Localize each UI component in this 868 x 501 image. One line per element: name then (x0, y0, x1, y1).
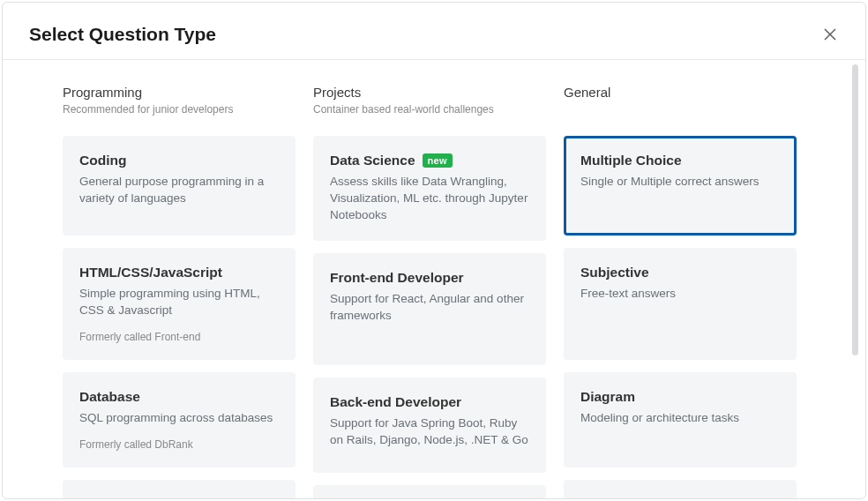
card-subjective[interactable]: Subjective Free-text answers (564, 248, 797, 360)
column-title: Projects (313, 85, 546, 100)
modal-body: Programming Recommended for junior devel… (3, 60, 865, 498)
card-desc: SQL programming across databases (79, 410, 279, 427)
card-footnote: Formerly called Front-end (79, 320, 279, 343)
column-subtitle: Recommended for junior developers (63, 103, 296, 116)
column-title: General (564, 85, 797, 100)
card-database[interactable]: Database SQL programming across database… (63, 372, 296, 467)
card-title: Multiple Choice (580, 153, 780, 168)
column-general: General Multiple Choice Single or Multip… (564, 85, 797, 498)
modal-title: Select Question Type (29, 24, 216, 45)
card-frontend-dev[interactable]: Front-end Developer Support for React, A… (313, 253, 546, 365)
card-title: Java Project (79, 497, 279, 498)
close-button[interactable] (821, 26, 839, 43)
card-fullstack-dev[interactable]: Full-stack Developer (313, 485, 546, 498)
card-desc: Support for Java Spring Boot, Ruby on Ra… (330, 415, 529, 449)
card-multiple-choice[interactable]: Multiple Choice Single or Multiple corre… (564, 136, 797, 236)
column-header: General (564, 85, 797, 120)
card-desc: General purpose programming in a variety… (79, 174, 279, 207)
close-icon (823, 27, 837, 41)
column-projects: Projects Container based real-world chal… (313, 85, 546, 498)
card-desc: Free-text answers (580, 286, 780, 303)
card-title: Database (79, 389, 279, 405)
card-title: Front-end Developer (330, 270, 529, 286)
scrollbar[interactable] (852, 64, 858, 355)
column-header: Programming Recommended for junior devel… (63, 85, 296, 120)
card-coding[interactable]: Coding General purpose programming in a … (63, 136, 296, 236)
card-desc: Assess skills like Data Wrangling, Visua… (330, 174, 529, 224)
card-title: Back-end Developer (330, 394, 529, 410)
card-footnote: Formerly called DbRank (79, 428, 279, 451)
modal-header: Select Question Type (3, 3, 865, 60)
card-title: Coding (79, 153, 279, 168)
card-data-science[interactable]: Data Science new Assess skills like Data… (313, 136, 546, 241)
card-desc: Single or Multiple correct answers (580, 174, 780, 191)
card-title: Sentence Completion (580, 497, 780, 498)
card-title: HTML/CSS/JavaScript (79, 265, 279, 280)
card-title: Subjective (580, 265, 780, 280)
card-java-project[interactable]: Java Project (63, 480, 296, 498)
select-question-type-modal: Select Question Type Programming Recomme… (2, 2, 866, 499)
card-html-css-js[interactable]: HTML/CSS/JavaScript Simple programming u… (63, 248, 296, 360)
column-subtitle: Container based real-world challenges (313, 103, 546, 116)
column-header: Projects Container based real-world chal… (313, 85, 546, 120)
card-desc: Simple programming using HTML, CSS & Jav… (79, 286, 279, 319)
card-title: Data Science new (330, 153, 529, 168)
column-programming: Programming Recommended for junior devel… (63, 85, 296, 498)
card-backend-dev[interactable]: Back-end Developer Support for Java Spri… (313, 378, 546, 473)
badge-new: new (423, 153, 453, 168)
card-sentence-completion[interactable]: Sentence Completion (564, 480, 797, 498)
card-desc: Support for React, Angular and other fra… (330, 291, 529, 325)
card-diagram[interactable]: Diagram Modeling or architecture tasks (564, 372, 797, 467)
columns: Programming Recommended for junior devel… (63, 85, 848, 498)
card-desc: Modeling or architecture tasks (580, 410, 780, 427)
card-title: Diagram (580, 389, 780, 405)
column-title: Programming (63, 85, 296, 100)
